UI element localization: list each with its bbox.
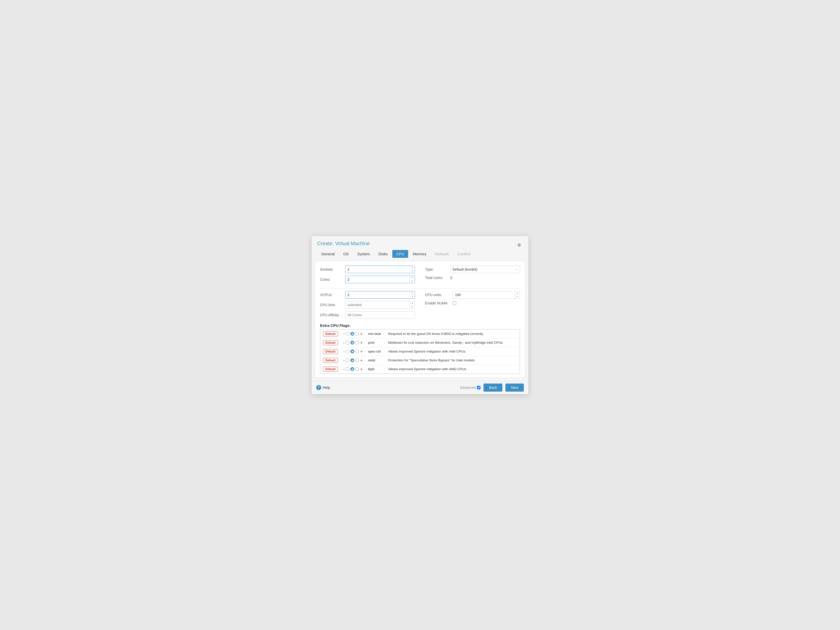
sockets-spinner[interactable]: ▲ ▼ [345,265,415,273]
vcpus-input[interactable] [346,291,410,298]
next-button[interactable]: Next [505,384,524,392]
cpu-units-input[interactable] [453,291,515,298]
radio-default[interactable] [351,332,354,336]
radio-minus: - [343,358,345,362]
total-cores-value: 2 [450,276,452,280]
total-cores-row: Total cores: 2 [425,276,520,280]
tab-disks[interactable]: Disks [374,250,392,258]
radio-off[interactable] [346,341,349,344]
flag-name: ibpb [368,367,375,371]
radio-plus: + [360,332,363,336]
radio-minus: - [343,349,345,354]
cpu-limit-up-arrow[interactable]: ▲ [410,302,415,305]
tab-memory[interactable]: Memory [409,250,430,258]
create-vm-dialog: Create: Virtual Machine ⊗ General OS Sys… [312,236,528,394]
flag-default-button[interactable]: Default [323,358,338,363]
enable-numa-checkbox[interactable] [453,302,456,305]
sockets-arrows: ▲ ▼ [410,266,415,273]
dialog-header: Create: Virtual Machine ⊗ [312,236,528,250]
enable-numa-label: Enable NUMA: [425,301,450,305]
right-column-2: CPU units: ▲ ▼ Enable NUMA: [423,291,520,321]
flag-row: Default - + pcid Meltdown fix cost reduc… [321,338,520,347]
cpu-affinity-input[interactable] [345,311,415,319]
radio-off[interactable] [346,358,349,362]
footer-left: ? Help [316,385,330,390]
flag-radio-group: - + [343,367,363,371]
advanced-checkbox[interactable] [477,386,480,389]
back-button[interactable]: Back [483,384,502,392]
cpu-units-spinner[interactable]: ▲ ▼ [453,291,520,298]
help-icon[interactable]: ? [316,385,321,390]
cores-input[interactable] [346,276,410,283]
vcpus-label: VCPUs: [320,293,343,297]
radio-on[interactable] [355,332,359,336]
help-label: Help [323,385,330,390]
flag-description: Required to let the guest OS know if MDS… [388,332,483,336]
left-column: Sockets: ▲ ▼ Cores: ▲ [320,265,423,286]
vcpus-up-arrow[interactable]: ▲ [410,291,415,295]
radio-off[interactable] [346,332,349,336]
cpu-units-down-arrow[interactable]: ▼ [515,295,520,298]
close-button[interactable]: ⊗ [515,241,523,249]
radio-off[interactable] [346,349,349,353]
radio-plus: + [360,367,363,371]
radio-on[interactable] [355,358,359,362]
tab-bar: General OS System Disks CPU Memory Netwo… [312,250,528,258]
radio-default[interactable] [351,358,354,362]
radio-off[interactable] [346,367,349,371]
flag-name: pcid [368,341,374,344]
cpu-affinity-row: CPU Affinity: [320,311,415,319]
type-select[interactable]: Default (kvm64) ⌄ [450,265,520,273]
radio-on[interactable] [355,341,359,344]
flag-name: md-clear [368,332,381,336]
tab-network: Network [431,250,453,258]
right-column: Type: Default (kvm64) ⌄ Total cores: 2 [423,265,520,286]
radio-minus: - [343,367,345,371]
cpu-affinity-label: CPU Affinity: [320,313,343,317]
cores-down-arrow[interactable]: ▼ [410,279,415,283]
cpu-limit-arrows: ▲ ▼ [410,302,415,308]
vcpus-arrows: ▲ ▼ [410,291,415,298]
radio-on[interactable] [355,349,359,353]
cpu-limit-input-wrap[interactable]: ▲ ▼ [345,301,415,309]
tab-cpu[interactable]: CPU [392,250,408,258]
radio-plus: + [360,341,363,345]
section-divider [320,288,520,289]
radio-default[interactable] [351,341,354,344]
flag-default-button[interactable]: Default [323,340,338,345]
sockets-down-arrow[interactable]: ▼ [410,269,415,273]
flag-description: Meltdown fix cost reduction on Westmere,… [388,341,503,344]
cpu-limit-label: CPU limit: [320,303,343,307]
cpu-limit-input[interactable] [346,302,410,308]
cpu-limit-down-arrow[interactable]: ▼ [410,305,415,308]
flag-radio-group: - + [343,358,363,362]
flag-radio-group: - + [343,349,363,354]
cores-spinner[interactable]: ▲ ▼ [345,276,415,283]
flag-row: Default - + md-clear Required to let the… [321,329,520,338]
flag-default-button[interactable]: Default [323,367,338,372]
tab-system[interactable]: System [353,250,374,258]
tab-general[interactable]: General [317,250,339,258]
flag-default-button[interactable]: Default [323,332,338,336]
sockets-input[interactable] [346,266,410,273]
radio-on[interactable] [355,367,359,371]
tab-os[interactable]: OS [339,250,353,258]
vcpus-down-arrow[interactable]: ▼ [410,295,415,298]
cores-up-arrow[interactable]: ▲ [410,276,415,279]
second-section: VCPUs: ▲ ▼ CPU limit: ▲ [320,291,520,321]
cpu-units-up-arrow[interactable]: ▲ [515,291,520,295]
radio-minus: - [343,341,345,345]
tab-confirm: Confirm [453,250,475,258]
flag-row: Default - + spec-ctrl Allows improved Sp… [321,347,520,356]
sockets-up-arrow[interactable]: ▲ [410,266,415,269]
radio-default[interactable] [351,349,354,353]
type-row: Type: Default (kvm64) ⌄ [425,265,520,273]
flag-row: Default - + ibpb Allows improved Spectre… [321,365,520,373]
vcpus-spinner[interactable]: ▲ ▼ [345,291,415,298]
advanced-label: Advanced [460,385,480,390]
cores-row: Cores: ▲ ▼ [320,276,415,283]
cpu-units-row: CPU units: ▲ ▼ [425,291,520,298]
radio-default[interactable] [351,367,354,371]
flags-table: Default - + md-clear Required to let the… [320,329,520,374]
flag-default-button[interactable]: Default [323,349,338,354]
